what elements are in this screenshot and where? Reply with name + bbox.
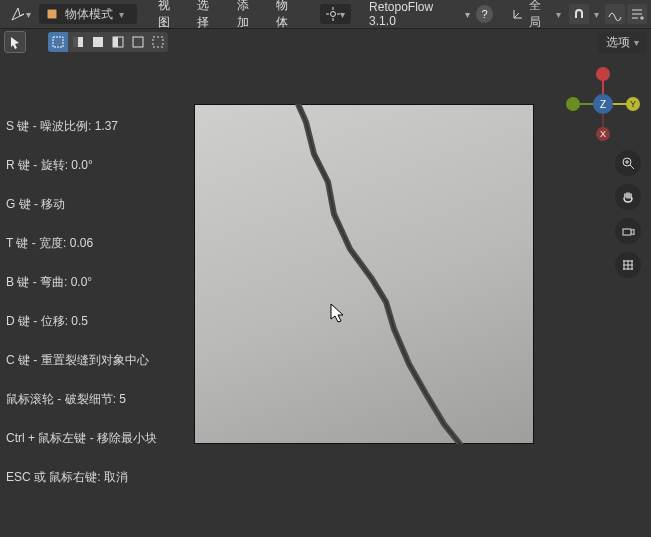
hand-icon [621,190,635,204]
operator-overlay: S 键 - 噪波比例: 1.37 R 键 - 旋转: 0.0° G 键 - 移动… [6,118,157,486]
menu-view[interactable]: 视图 [151,0,188,31]
overlay-line: D 键 - 位移: 0.5 [6,313,157,330]
camera-button[interactable] [615,218,641,244]
navigation-gizmo[interactable]: Z Y X [563,62,643,142]
overlay-line: R 键 - 旋转: 0.0° [6,157,157,174]
options-dropdown[interactable]: 选项 ▾ [598,32,647,53]
magnet-icon [572,7,586,21]
zoom-button[interactable] [615,150,641,176]
svg-rect-5 [93,37,103,47]
dashed-icon [152,36,164,48]
halfsplit-icon [112,36,124,48]
editor-type-button[interactable]: ▾ [4,4,37,24]
cursor-icon [8,35,22,49]
chevron-down-icon: ▾ [119,9,124,20]
retopoflow-menu[interactable]: RetopoFlow 3.1.0 ▾ [365,0,474,28]
svg-rect-4 [73,37,78,47]
menu-add[interactable]: 添加 [230,0,267,31]
snap-group[interactable]: ▾ [569,4,603,24]
sel-mode-1[interactable] [48,32,68,52]
svg-line-20 [630,165,634,169]
options-label: 选项 [606,34,630,51]
chevron-down-icon: ▾ [556,9,561,20]
viewport-content [194,104,534,444]
camera-icon [621,224,635,238]
retopoflow-label: RetopoFlow 3.1.0 [369,0,461,28]
proportional-edit-button[interactable] [605,4,625,24]
align-icon [630,7,644,21]
overlay-line: T 键 - 宽度: 0.06 [6,235,157,252]
half-icon [72,36,84,48]
axis-z-label: Z [600,99,606,110]
sel-mode-5[interactable] [128,32,148,52]
axis-y-label: Y [630,99,636,109]
sel-mode-3[interactable] [88,32,108,52]
overlay-line: Ctrl + 鼠标左键 - 移除最小块 [6,430,157,447]
secondary-toolbar: 选项 ▾ [0,30,651,54]
chevron-down-icon: ▾ [634,37,639,48]
pan-button[interactable] [615,184,641,210]
gizmo-svg: Z Y X [563,62,643,142]
transform-orientation[interactable]: 全局 ▾ [507,0,565,31]
top-toolbar: ▾ 物体模式 ▾ 视图 选择 添加 物体 ▾ RetopoFlow 3.1.0 … [0,0,651,29]
object-mode-icon [45,7,59,21]
overlay-line: C 键 - 重置裂缝到对象中心 [6,352,157,369]
solid-icon [92,36,104,48]
pivot-icon [326,7,340,21]
sel-mode-2[interactable] [68,32,88,52]
svg-point-15 [566,97,580,111]
axis-x-label: X [600,129,606,139]
viewport-controls [615,150,641,278]
help-icon: ? [482,8,488,20]
svg-point-1 [331,12,336,17]
orientation-icon [511,7,525,21]
svg-point-17 [596,67,610,81]
mode-dropdown[interactable]: 物体模式 ▾ [39,4,137,24]
svg-rect-2 [53,37,63,47]
svg-rect-7 [113,37,118,47]
mode-label: 物体模式 [65,6,113,23]
viewport-3d[interactable] [194,104,534,444]
svg-rect-0 [47,9,57,19]
chevron-down-icon: ▾ [26,9,31,20]
chevron-down-icon: ▾ [340,9,345,20]
sel-mode-6[interactable] [148,32,168,52]
align-button[interactable] [627,4,647,24]
magnify-icon [621,156,635,170]
overlay-line: G 键 - 移动 [6,196,157,213]
svg-rect-8 [133,37,143,47]
orientation-label: 全局 [529,0,552,31]
outline-icon [132,36,144,48]
pivot-dropdown[interactable]: ▾ [320,4,351,24]
viewport-window: { "header":{ "mode_label":"物体模式", "menus… [0,0,651,537]
select-tool[interactable] [4,31,26,53]
chevron-down-icon: ▾ [465,9,470,20]
overlay-line: B 键 - 弯曲: 0.0° [6,274,157,291]
chevron-down-icon: ▾ [594,9,599,20]
svg-rect-23 [623,229,631,235]
help-button[interactable]: ? [476,5,494,23]
sel-mode-4[interactable] [108,32,128,52]
wavy-icon [608,7,622,21]
box-icon [52,36,64,48]
svg-rect-9 [153,37,163,47]
cursor3d-icon [10,6,26,22]
menu-object[interactable]: 物体 [269,0,306,31]
overlay-line: S 键 - 噪波比例: 1.37 [6,118,157,135]
overlay-line: ESC 或 鼠标右键: 取消 [6,469,157,486]
selection-mode-group [48,32,168,52]
grid-icon [621,258,635,272]
menu-select[interactable]: 选择 [190,0,227,31]
overlay-line: 鼠标滚轮 - 破裂细节: 5 [6,391,157,408]
perspective-button[interactable] [615,252,641,278]
